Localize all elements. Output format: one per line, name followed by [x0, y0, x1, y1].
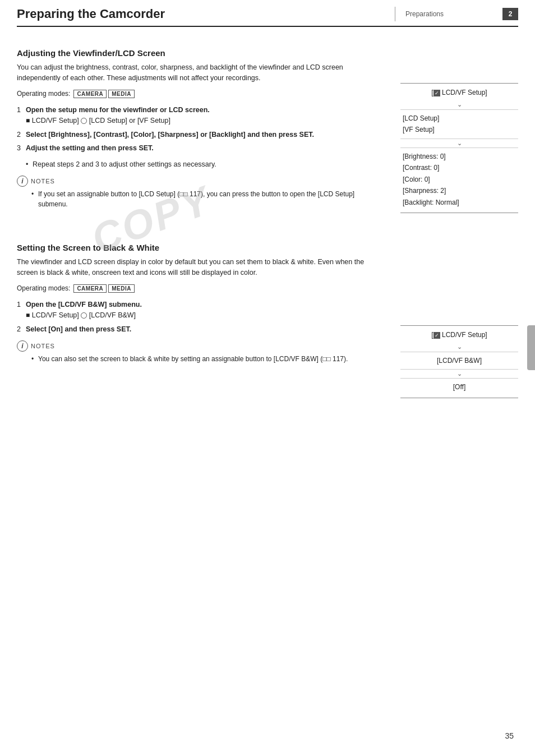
menu-box-2-top: [✓ LCD/VF Setup]	[400, 326, 518, 343]
menu-arrow1: ⌄	[400, 100, 518, 109]
op-modes-label2: Operating modes:	[17, 284, 70, 292]
section2-intro: The viewfinder and LCD screen display in…	[17, 257, 384, 279]
menu-arrow2: ⌄	[400, 139, 518, 147]
section1-menu-group: [✓ LCD/VF Setup] ⌄ [LCD Setup] [VF Setup…	[400, 83, 518, 213]
notes-icon-2: i	[17, 340, 28, 352]
right-col-spacer	[400, 213, 518, 325]
section1-steps: 1 Open the setup menu for the viewfinder…	[17, 105, 384, 154]
menu-item-lcd-vf-setup1: [✓ LCD/VF Setup]	[403, 87, 516, 98]
step-2: 2 Select [Brightness], [Contrast], [Colo…	[17, 130, 384, 140]
section2-mode-camera: CAMERA	[73, 284, 107, 293]
section2-operating-modes: Operating modes: CAMERA MEDIA	[17, 284, 384, 293]
menu-item-backlight: [Backlight: Normal]	[403, 197, 516, 208]
section1-operating-modes: Operating modes: CAMERA MEDIA	[17, 90, 384, 98]
left-column: Adjusting the Viewfinder/LCD Screen You …	[17, 33, 395, 398]
step-s2-1-sub: ■ LCD/VF Setup] [LCD/VF B&W]	[26, 310, 384, 321]
check-box-icon2: ■	[26, 311, 30, 319]
menu-box-2-bottom: [Off]	[400, 378, 518, 398]
sidebar-tab	[527, 325, 535, 370]
menu-item-off: [Off]	[403, 381, 516, 393]
step3-main: Adjust the setting and then press SET.	[26, 144, 154, 152]
notes-label-1: NOTES	[31, 178, 55, 185]
section1-intro: You can adjust the brightness, contrast,…	[17, 62, 384, 84]
menu-box-1-top: [✓ LCD/VF Setup]	[400, 84, 518, 100]
step-s2-2-main: Select [On] and then press SET.	[26, 325, 131, 333]
menu-item-vf-setup: [VF Setup]	[403, 124, 516, 135]
notes-icon-1: i	[17, 176, 28, 187]
step2-main: Select [Brightness], [Contrast], [Color]…	[26, 131, 314, 139]
menu-arrow4: ⌄	[400, 370, 518, 378]
menu-box-1-bottom: [Brightness: 0] [Contrast: 0] [Color: 0]…	[400, 147, 518, 213]
chapter-number: 2	[502, 8, 518, 20]
check-box-icon1: ■	[26, 117, 30, 125]
chapter-label: Preparations	[405, 10, 502, 18]
menu-arrow3: ⌄	[400, 343, 518, 351]
note1-text: If you set an assignable button to [LCD …	[31, 189, 384, 209]
op-modes-label1: Operating modes:	[17, 90, 70, 98]
step-3: 3 Adjust the setting and then press SET.	[17, 143, 384, 154]
section2-steps: 1 Open the [LCD/VF B&W] submenu. ■ LCD/V…	[17, 299, 384, 335]
page-footer-number: 35	[505, 731, 514, 740]
right-column: [✓ LCD/VF Setup] ⌄ [LCD Setup] [VF Setup…	[395, 33, 518, 398]
section2-notes-content: You can also set the screen to black & w…	[31, 354, 384, 364]
section2-notes: i NOTES You can also set the screen to b…	[17, 340, 384, 364]
page-title: Preparing the Camcorder	[17, 7, 395, 21]
notes-label-2: NOTES	[31, 343, 55, 349]
section1-heading: Adjusting the Viewfinder/LCD Screen	[17, 48, 384, 58]
step1-main: Open the setup menu for the viewfinder o…	[26, 106, 210, 114]
step-1: 1 Open the setup menu for the viewfinder…	[17, 105, 384, 127]
menu-box-1-mid: [LCD Setup] [VF Setup]	[400, 109, 518, 139]
note2-text: You can also set the screen to black & w…	[31, 354, 384, 364]
section2-menu-group: [✓ LCD/VF Setup] ⌄ [LCD/VF B&W] ⌄ [Off]	[400, 325, 518, 398]
menu-item-color: [Color: 0]	[403, 174, 516, 185]
bullet-1: Repeat steps 2 and 3 to adjust other set…	[26, 159, 384, 170]
section1-notes-content: If you set an assignable button to [LCD …	[31, 189, 384, 209]
section1-bullets: Repeat steps 2 and 3 to adjust other set…	[26, 159, 384, 170]
step1-sub: ■ LCD/VF Setup] [LCD Setup] or [VF Setup…	[26, 116, 384, 126]
menu-item-lcd-vf-bw: [LCD/VF B&W]	[403, 355, 516, 366]
step-s2-2: 2 Select [On] and then press SET.	[17, 324, 384, 335]
menu-item-sharpness: [Sharpness: 2]	[403, 185, 516, 196]
section2-mode-media: MEDIA	[108, 284, 135, 293]
step-s2-1-main: Open the [LCD/VF B&W] submenu.	[26, 301, 142, 308]
section2-heading: Setting the Screen to Black & White	[17, 243, 384, 252]
menu-item-brightness: [Brightness: 0]	[403, 151, 516, 162]
menu-item-lcd-vf-setup2: [✓ LCD/VF Setup]	[403, 329, 516, 340]
menu-box-2-mid: [LCD/VF B&W]	[400, 352, 518, 370]
menu-item-contrast: [Contrast: 0]	[403, 162, 516, 173]
section1-mode-media: MEDIA	[108, 90, 135, 98]
section1-mode-camera: CAMERA	[73, 90, 107, 98]
step-s2-1: 1 Open the [LCD/VF B&W] submenu. ■ LCD/V…	[17, 299, 384, 321]
section1-notes: i NOTES If you set an assignable button …	[17, 176, 384, 209]
menu-item-lcd-setup: [LCD Setup]	[403, 113, 516, 124]
